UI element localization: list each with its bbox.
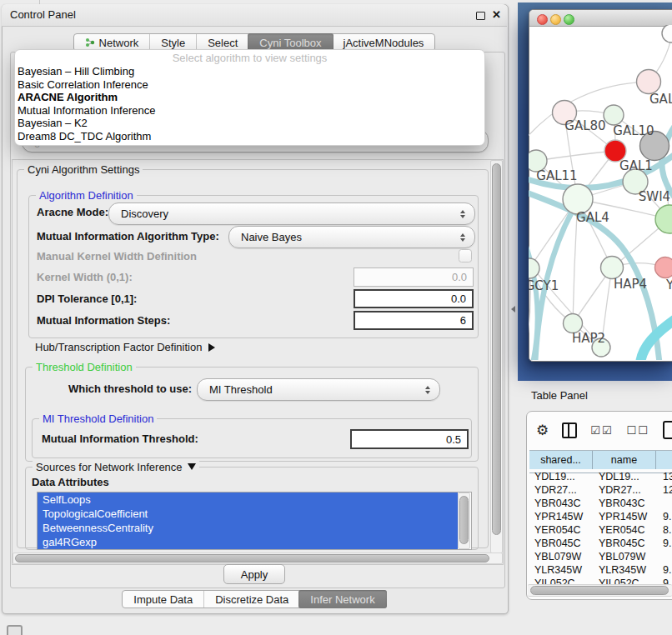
manual-kernel-width-checkbox[interactable] [459, 249, 472, 262]
network-edge[interactable] [536, 151, 615, 161]
table-body: YDL19...YDL19...13YDR27...YDR27...12YBR0… [529, 470, 672, 585]
table-row[interactable]: YER054CYER054C8. [529, 523, 672, 537]
algorithm-option-aracne-algorithm[interactable]: ARACNE Algorithm [15, 91, 484, 104]
control-panel-titlebar[interactable]: Control Panel ✕ [2, 4, 507, 27]
network-node[interactable] [662, 25, 672, 42]
aracne-mode-combobox[interactable]: Discovery [108, 202, 475, 225]
tab-network[interactable]: Network [74, 34, 150, 51]
network-node-y[interactable] [655, 258, 672, 278]
mi-algorithm-type-label: Mutual Information Algorithm Type: [37, 230, 219, 242]
tab-style[interactable]: Style [149, 34, 196, 51]
table-row[interactable]: YDR27...YDR27...12 [529, 483, 672, 497]
collapsed-arrow-icon[interactable] [208, 343, 215, 352]
attribute-item-selfloops[interactable]: SelfLoops [38, 492, 458, 507]
close-icon[interactable]: ✕ [492, 8, 501, 22]
network-node-hap4[interactable] [601, 257, 624, 279]
table-cell: YDL19... [593, 470, 656, 483]
tab-select[interactable]: Select [196, 34, 248, 51]
column-header-name[interactable]: name [593, 451, 656, 469]
bottom-tab-strip: Impute DataDiscretize DataInfer Network [122, 590, 386, 608]
settings-vertical-scrollbar-thumb[interactable] [492, 163, 501, 535]
table-toolbar: ⚙☑☑☐☐ [536, 420, 672, 440]
algorithm-option-mutual-information-inference[interactable]: Mutual Information Inference [15, 104, 484, 118]
tab-label: Infer Network [310, 593, 374, 606]
hub-section-toggle[interactable]: Hub/Transcription Factor Definition [35, 341, 215, 353]
network-node-label: GAL80 [564, 118, 605, 133]
which-threshold-combobox[interactable]: MI Threshold [197, 378, 440, 401]
column-header-a[interactable]: A [656, 451, 672, 469]
network-canvas[interactable]: GALGAL80GAL10GAL1GAL11SWI4GAL4GCY1HAP4YH… [529, 25, 672, 360]
bottom-tab-discretize-data[interactable]: Discretize Data [203, 591, 299, 608]
network-node-label: SWI4 [639, 189, 670, 204]
gear-icon[interactable]: ⚙ [536, 422, 549, 438]
settings-vertical-scrollbar[interactable] [490, 160, 503, 553]
network-node-label: GAL11 [536, 168, 577, 183]
attributes-scrollbar[interactable] [458, 492, 470, 549]
data-attributes-label: Data Attributes [32, 476, 109, 488]
mi-steps-label: Mutual Information Steps: [37, 314, 170, 327]
mi-threshold-field[interactable]: 0.5 [350, 429, 469, 449]
table-row[interactable]: YBL079WYBL079W [529, 550, 672, 563]
bottom-tab-impute-data[interactable]: Impute Data [123, 591, 203, 608]
table-row[interactable]: YLR345WYLR345W9. [529, 563, 672, 577]
mi-algorithm-type-combobox[interactable]: Naive Bayes [228, 226, 475, 248]
algorithm-option-bayesian-hill-climbing[interactable]: Bayesian – Hill Climbing [15, 65, 484, 78]
algorithm-option-bayesian-k2[interactable]: Bayesian – K2 [15, 117, 484, 130]
mi-algorithm-type-value: Naive Bayes [241, 231, 302, 243]
traffic-light-close-icon[interactable] [537, 14, 548, 25]
tab-jactivemnodules[interactable]: jActiveMNodules [333, 34, 435, 51]
kernel-width-label: Kernel Width (0,1): [37, 271, 133, 283]
select-all-icon[interactable]: ☑☑ [590, 424, 613, 437]
network-node-label: HAP2 [572, 331, 605, 346]
table-cell: YBR045C [529, 537, 593, 550]
settings-horizontal-scrollbar-thumb[interactable] [15, 554, 489, 562]
algorithm-option-dream8-dc-tdc-algorithm[interactable]: Dream8 DC_TDC Algorithm [15, 130, 484, 143]
data-attributes-list[interactable]: SelfLoopsTopologicalCoefficientBetweenne… [37, 492, 472, 550]
table-row[interactable]: YBR045CYBR045C9. [529, 537, 672, 550]
attribute-item-betweennesscentrality[interactable]: BetweennessCentrality [38, 521, 458, 535]
sources-title[interactable]: Sources for Network Inference [33, 461, 199, 473]
network-node-gal[interactable] [637, 70, 661, 94]
tab-label: Style [161, 37, 185, 49]
table-cell: YBR045C [593, 537, 656, 550]
table-row[interactable]: YDL19...YDL19...13 [529, 470, 672, 483]
columns-icon[interactable] [562, 422, 577, 438]
control-panel-title: Control Panel [10, 4, 76, 26]
attribute-item-topologicalcoefficient[interactable]: TopologicalCoefficient [38, 507, 458, 521]
traffic-light-zoom-icon[interactable] [564, 14, 574, 25]
mi-threshold-definition-title: MI Threshold Definition [39, 412, 157, 425]
attributes-scrollbar-thumb[interactable] [459, 496, 469, 544]
bottom-tab-infer-network[interactable]: Infer Network [298, 590, 386, 608]
traffic-light-minimize-icon[interactable] [550, 14, 561, 25]
which-threshold-label: Which threshold to use: [68, 382, 192, 395]
kernel-width-field[interactable]: 0.0 [354, 268, 474, 287]
table-cell: 9. [656, 510, 672, 523]
table-horizontal-scrollbar[interactable] [528, 584, 672, 597]
manual-kernel-width-label: Manual Kernel Width Definition [37, 250, 197, 262]
network-node-gal10[interactable] [604, 105, 624, 125]
table-horizontal-scrollbar-thumb[interactable] [530, 586, 669, 595]
dpi-tolerance-field[interactable]: 0.0 [354, 289, 474, 308]
restore-icon[interactable] [476, 12, 485, 20]
panel-corner-icon[interactable] [7, 625, 23, 635]
column-header-shared[interactable]: shared... [529, 451, 593, 469]
threshold-definition-title: Threshold Definition [33, 361, 136, 373]
settings-horizontal-scrollbar[interactable] [13, 552, 503, 564]
splitter-handle-icon[interactable] [511, 306, 515, 312]
attribute-item-gal4rgexp[interactable]: gal4RGexp [38, 535, 458, 549]
clear-selection-icon[interactable]: ☐☐ [627, 424, 649, 437]
mi-threshold-label: Mutual Information Threshold: [42, 432, 198, 445]
network-node-label: GAL4 [576, 210, 609, 225]
algorithm-option-basic-correlation-inference[interactable]: Basic Correlation Inference [15, 78, 484, 92]
table-row[interactable]: YPR145WYPR145W9. [529, 510, 672, 523]
table-cell: YBR043C [593, 497, 656, 510]
table-row[interactable]: YBR043CYBR043C [529, 497, 672, 510]
table-cell: 12 [656, 483, 672, 497]
mi-steps-field[interactable]: 6 [354, 311, 474, 330]
network-node-gcy1[interactable] [529, 258, 539, 278]
network-window-titlebar[interactable] [529, 10, 672, 27]
apply-button[interactable]: Apply [223, 564, 285, 584]
expanded-arrow-icon[interactable] [188, 463, 196, 470]
table-cell: YDR27... [529, 483, 593, 497]
document-icon[interactable] [663, 421, 672, 439]
